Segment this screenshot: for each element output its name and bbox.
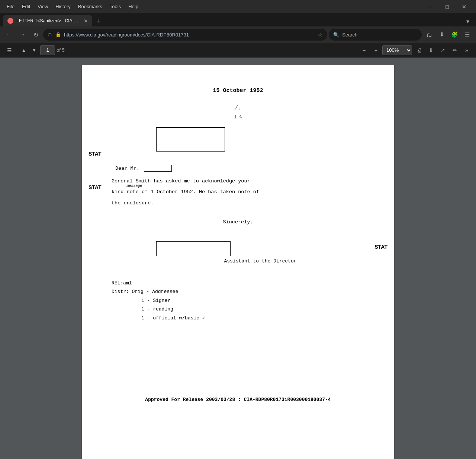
strikethrough-text: note — [127, 189, 139, 195]
footer-rel: REL:aml — [112, 279, 364, 287]
menu-file[interactable]: File — [4, 2, 17, 11]
tab-favicon — [7, 18, 13, 24]
tab-overflow-button[interactable]: ▾ — [463, 16, 473, 26]
active-tab[interactable]: LETTER T<Sanitized> - CIA-RDP ✕ — [3, 15, 92, 26]
minimize-button[interactable]: ─ — [422, 0, 439, 13]
footer-3: 1 - official w/basic ✓ — [141, 314, 364, 322]
tab-bar: LETTER T<Sanitized> - CIA-RDP ✕ + ▾ — [0, 13, 476, 26]
pdf-annotate-button[interactable]: ✏ — [449, 45, 460, 56]
stat-label-3: STAT — [375, 244, 387, 250]
document-squiggle: /. — [112, 105, 364, 111]
document-footer: REL:aml Distr: Orig - Addressee 1 - Sign… — [112, 279, 364, 322]
forward-button[interactable]: → — [16, 29, 28, 41]
tab-close-button[interactable]: ✕ — [84, 18, 88, 24]
body-kind: kind — [112, 189, 127, 195]
titlebar: File Edit View History Bookmarks Tools H… — [0, 0, 476, 13]
body-line-2: kind message note of 1 October 1952. He … — [112, 188, 364, 196]
pdf-zoom-select[interactable]: 100% 75% 125% 150% — [382, 45, 412, 55]
footer-1: 1 - Signer — [141, 296, 364, 305]
pdf-page-up-button[interactable]: ▲ — [19, 46, 28, 55]
menu-bookmarks[interactable]: Bookmarks — [75, 2, 105, 11]
pdf-page-navigation: ▲ ▼ of 5 — [19, 45, 65, 55]
menu-help[interactable]: Help — [125, 2, 141, 11]
body-note-overtype: message note — [127, 188, 139, 196]
menu-edit[interactable]: Edit — [19, 2, 33, 11]
stat-label-1: STAT — [89, 151, 101, 157]
footer-distr: Distr: Orig - Addressee — [112, 287, 364, 296]
signature-title: Assistant to the Director — [156, 258, 364, 264]
pdf-content-area: 15 October 1952 /. 1 ¢ STAT STAT Dear Mr… — [0, 58, 476, 459]
body-line2-suffix: of 1 October 1952. He has taken note of — [142, 189, 259, 195]
pdf-toolbar: ☰ ▲ ▼ of 5 − + 100% 75% 125% 150% 🖨 ⬇ ↗ … — [0, 43, 476, 58]
bookmark-star-icon[interactable]: ☆ — [318, 32, 323, 38]
pdf-zoom-out-button[interactable]: − — [358, 45, 370, 56]
body-line-3: the enclosure. — [112, 199, 364, 207]
search-icon: 🔍 — [333, 32, 339, 38]
pocket-button[interactable]: 🗂 — [423, 29, 435, 41]
url-text: https://www.cia.gov/readingroom/docs/CIA… — [64, 32, 315, 38]
pdf-zoom-controls: − + 100% 75% 125% 150% — [358, 45, 412, 56]
footer-2: 1 - reading — [141, 305, 364, 313]
menu-hamburger-button[interactable]: ☰ — [461, 29, 473, 41]
document-date: 15 October 1952 — [112, 87, 364, 94]
pdf-more-button[interactable]: » — [461, 45, 472, 56]
navigation-bar: ← → ↻ 🛡 🔒 https://www.cia.gov/readingroo… — [0, 26, 476, 43]
dear-text: Dear Mr. — [115, 166, 139, 171]
document-body: Dear Mr. General Smith has asked me to a… — [112, 165, 364, 226]
maximize-button[interactable]: □ — [439, 0, 456, 13]
search-placeholder: Search — [342, 32, 357, 38]
document-small-text: 1 ¢ — [112, 115, 364, 120]
pdf-download-button[interactable]: ⬇ — [425, 45, 437, 56]
search-bar[interactable]: 🔍 Search — [329, 29, 422, 41]
redact-box-address — [156, 127, 225, 152]
download-button[interactable]: ⬇ — [436, 29, 448, 41]
window-controls: ─ □ ✕ — [422, 0, 472, 13]
close-button[interactable]: ✕ — [456, 0, 472, 13]
menu-tools[interactable]: Tools — [107, 2, 124, 11]
menu-view[interactable]: View — [35, 2, 51, 11]
pdf-print-button[interactable]: 🖨 — [414, 45, 425, 56]
sincerely-text: Sincerely, — [112, 218, 364, 226]
pdf-page-down-button[interactable]: ▼ — [30, 46, 39, 55]
redact-box-name — [144, 165, 172, 172]
pdf-page-total: of 5 — [57, 47, 65, 53]
extensions-button[interactable]: 🧩 — [448, 29, 460, 41]
approval-stamp: Approved For Release 2003/03/28 : CIA-RD… — [112, 397, 364, 402]
body-line-1: General Smith has asked me to acknowledg… — [112, 177, 364, 185]
nav-right-buttons: 🗂 ⬇ 🧩 ☰ — [423, 29, 473, 41]
pdf-share-button[interactable]: ↗ — [437, 45, 448, 56]
signature-box — [156, 241, 231, 256]
overtype-text: message — [127, 183, 142, 189]
url-bar[interactable]: 🛡 🔒 https://www.cia.gov/readingroom/docs… — [43, 29, 327, 41]
back-button[interactable]: ← — [3, 29, 15, 41]
reload-button[interactable]: ↻ — [30, 29, 42, 41]
pdf-sidebar-toggle[interactable]: ☰ — [4, 45, 15, 56]
new-tab-button[interactable]: + — [94, 16, 104, 26]
menu-bar: File Edit View History Bookmarks Tools H… — [4, 2, 141, 11]
pdf-page-input[interactable] — [40, 45, 55, 55]
shield-icon: 🛡 — [48, 32, 52, 38]
pdf-zoom-in-button[interactable]: + — [370, 45, 382, 56]
stat-label-2: STAT — [89, 184, 101, 190]
lock-icon: 🔒 — [55, 32, 61, 37]
signature-area: Assistant to the Director — [156, 241, 364, 264]
menu-history[interactable]: History — [52, 2, 73, 11]
tab-title: LETTER T<Sanitized> - CIA-RDP — [16, 18, 81, 23]
pdf-page: 15 October 1952 /. 1 ¢ STAT STAT Dear Mr… — [82, 65, 394, 459]
pdf-right-buttons: 🖨 ⬇ ↗ ✏ » — [414, 45, 472, 56]
